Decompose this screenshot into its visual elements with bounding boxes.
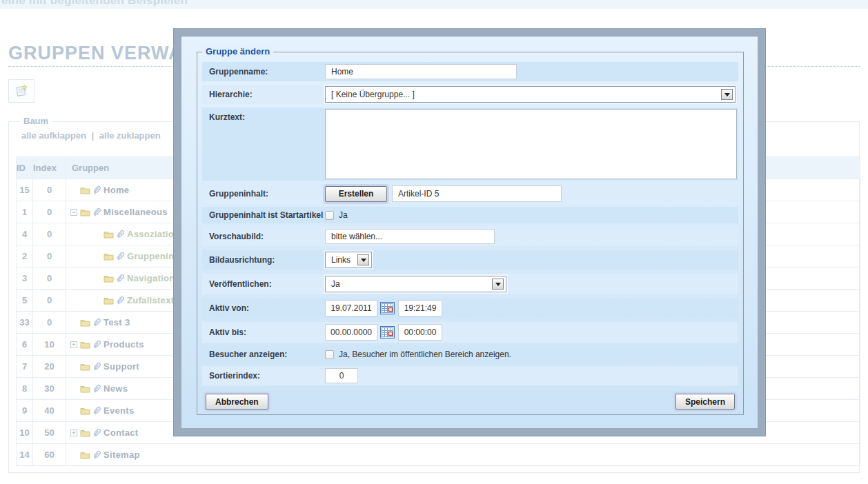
row-id: 3: [17, 268, 33, 290]
veroeffentlichen-select[interactable]: Ja: [325, 276, 506, 292]
link-separator: |: [92, 130, 95, 141]
besucher-checkbox[interactable]: [325, 350, 334, 359]
bildausrichtung-label: Bildausrichtung:: [202, 255, 325, 265]
chevron-down-icon[interactable]: [721, 89, 733, 100]
field-row-kurztext: Kurztext:: [202, 108, 738, 181]
folder-icon[interactable]: [80, 186, 90, 194]
kurztext-textarea[interactable]: [325, 109, 737, 179]
row-index: 10: [33, 334, 66, 356]
folder-icon[interactable]: [103, 230, 114, 239]
startartikel-checkbox[interactable]: [325, 211, 334, 220]
tree-expander-icon[interactable]: +: [70, 341, 77, 348]
group-name[interactable]: Support: [103, 361, 139, 372]
folder-icon[interactable]: [80, 451, 90, 459]
paperclip-icon[interactable]: [93, 428, 101, 437]
hierarchie-label: Hierarchie:: [202, 90, 325, 99]
erstellen-button[interactable]: Erstellen: [325, 186, 387, 202]
row-id: 4: [17, 223, 33, 245]
chevron-down-icon[interactable]: [492, 279, 504, 290]
bildausrichtung-select[interactable]: Links: [325, 252, 372, 268]
row-index: 0: [33, 201, 66, 223]
paperclip-icon[interactable]: [117, 252, 124, 261]
paperclip-icon[interactable]: [93, 208, 101, 216]
header-id: ID: [17, 157, 33, 179]
hierarchie-select[interactable]: [ Keine Übergruppe... ]: [325, 86, 736, 103]
group-name[interactable]: Contact: [103, 427, 139, 438]
calendar-icon[interactable]: [380, 326, 395, 339]
gruppenname-input[interactable]: [325, 64, 517, 79]
folder-icon[interactable]: [80, 407, 90, 415]
aktiv-von-label: Aktiv von:: [202, 303, 325, 313]
group-name[interactable]: Events: [103, 405, 134, 416]
field-row-hierarchie: Hierarchie: [ Keine Übergruppe... ]: [202, 85, 738, 104]
paperclip-icon[interactable]: [93, 340, 101, 349]
group-name[interactable]: Products: [103, 339, 144, 350]
edit-group-dialog: Gruppe ändern Gruppenname: Hierarchie: […: [173, 28, 766, 436]
folder-icon[interactable]: [103, 296, 114, 305]
field-row-vorschaubild: Vorschaubild:: [202, 227, 738, 246]
folder-icon[interactable]: [80, 385, 90, 393]
chevron-down-icon[interactable]: [357, 254, 369, 265]
field-row-startartikel: Gruppeninhalt ist Startartikel Ja: [202, 207, 738, 223]
paperclip-icon[interactable]: [93, 450, 101, 459]
gruppeninhalt-label: Gruppeninhalt:: [202, 189, 325, 199]
besucher-label: Besucher anzeigen:: [202, 350, 325, 359]
paperclip-icon[interactable]: [117, 296, 124, 305]
collapse-all-link[interactable]: alle zuklappen: [99, 130, 161, 141]
header-index: Index: [33, 157, 66, 179]
field-row-gruppeninhalt: Gruppeninhalt: Erstellen: [202, 184, 738, 203]
group-name[interactable]: News: [103, 383, 128, 394]
group-name[interactable]: Sitemap: [103, 450, 140, 460]
folder-icon[interactable]: [103, 274, 114, 283]
hierarchie-selected-value: [ Keine Übergruppe... ]: [326, 90, 415, 99]
artikel-id-input[interactable]: [392, 185, 562, 202]
table-row: 14 60 Sitemap: [17, 444, 860, 466]
row-id: 8: [17, 378, 33, 400]
folder-icon[interactable]: [80, 363, 90, 371]
group-name[interactable]: Home: [103, 185, 129, 195]
group-name[interactable]: Test 3: [103, 317, 130, 327]
sortierindex-label: Sortierindex:: [202, 371, 325, 381]
tree-panel-legend: Baum: [20, 116, 52, 126]
paperclip-icon[interactable]: [93, 406, 101, 415]
tree-expander-icon[interactable]: −: [70, 209, 77, 216]
folder-icon[interactable]: [80, 208, 90, 216]
dialog-body: Gruppe ändern Gruppenname: Hierarchie: […: [181, 37, 758, 428]
vorschaubild-label: Vorschaubild:: [202, 232, 325, 241]
field-row-aktiv-von: Aktiv von:: [202, 298, 738, 319]
paperclip-icon[interactable]: [93, 362, 101, 371]
folder-icon[interactable]: [80, 341, 90, 349]
aktiv-bis-label: Aktiv bis:: [202, 327, 325, 337]
paperclip-icon[interactable]: [93, 185, 101, 194]
besucher-checkbox-label: Ja, Besucher im öffentlichen Bereich anz…: [339, 350, 511, 359]
row-index: 0: [33, 179, 66, 201]
new-note-icon: [13, 83, 30, 99]
paperclip-icon[interactable]: [117, 274, 124, 283]
paperclip-icon[interactable]: [117, 230, 124, 239]
expand-all-link[interactable]: alle aufklappen: [21, 130, 86, 141]
vorschaubild-input[interactable]: [325, 229, 495, 244]
paperclip-icon[interactable]: [93, 384, 101, 393]
group-name[interactable]: Miscellaneous: [103, 207, 168, 217]
aktiv-bis-date-input[interactable]: [325, 324, 377, 341]
dialog-button-row: Abbrechen Speichern: [202, 394, 738, 410]
row-index: 20: [33, 356, 66, 378]
aktiv-bis-time-input[interactable]: [398, 324, 442, 341]
field-row-gruppenname: Gruppenname:: [202, 62, 738, 81]
folder-icon[interactable]: [80, 429, 90, 437]
tree-expander-icon[interactable]: +: [70, 430, 77, 436]
folder-icon[interactable]: [103, 252, 114, 261]
paperclip-icon[interactable]: [93, 318, 101, 327]
new-group-button[interactable]: [8, 79, 34, 103]
aktiv-von-time-input[interactable]: [398, 300, 442, 316]
row-index: 60: [33, 444, 66, 466]
speichern-button[interactable]: Speichern: [675, 394, 735, 410]
bildausrichtung-selected-value: Links: [326, 255, 351, 265]
abbrechen-button[interactable]: Abbrechen: [206, 394, 268, 410]
top-bar: eine mit begleitenden Beispielen: [0, 0, 868, 9]
calendar-icon[interactable]: [380, 302, 395, 314]
sortierindex-input[interactable]: [325, 368, 358, 383]
aktiv-von-date-input[interactable]: [325, 300, 377, 316]
field-row-sortierindex: Sortierindex:: [202, 366, 738, 385]
folder-icon[interactable]: [80, 319, 90, 327]
